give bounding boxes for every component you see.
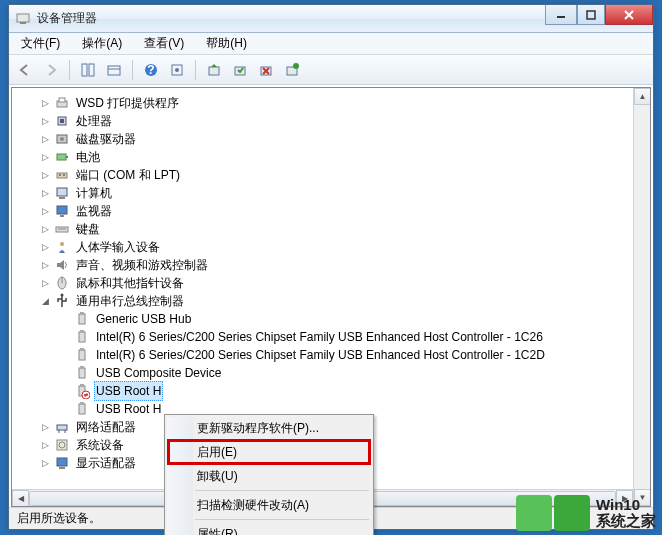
ctx-update-driver[interactable]: 更新驱动程序软件(P)... <box>167 417 371 439</box>
tree-item[interactable]: ▷处理器 <box>12 112 648 130</box>
svg-rect-8 <box>108 66 120 75</box>
expand-icon[interactable]: ▷ <box>38 204 52 218</box>
tree-spacer <box>58 366 72 380</box>
mouse-icon <box>54 275 70 291</box>
expand-icon[interactable]: ▷ <box>38 420 52 434</box>
tree-item-label: Intel(R) 6 Series/C200 Series Chipset Fa… <box>94 328 545 346</box>
expand-icon[interactable]: ▷ <box>38 276 52 290</box>
tree-item[interactable]: Intel(R) 6 Series/C200 Series Chipset Fa… <box>12 328 648 346</box>
scan-hardware-button[interactable] <box>280 58 304 82</box>
svg-rect-45 <box>80 330 84 333</box>
svg-rect-42 <box>79 314 85 324</box>
svg-rect-60 <box>57 458 67 466</box>
tree-item[interactable]: Intel(R) 6 Series/C200 Series Chipset Fa… <box>12 346 648 364</box>
menu-view[interactable]: 查看(V) <box>138 33 190 54</box>
show-hide-tree-button[interactable] <box>76 58 100 82</box>
expand-icon[interactable]: ▷ <box>38 150 52 164</box>
svg-rect-53 <box>79 404 85 414</box>
tree-item[interactable]: ▷电池 <box>12 148 648 166</box>
tree-item[interactable]: USB Root H <box>12 382 648 400</box>
ctx-enable[interactable]: 启用(E) <box>167 439 371 465</box>
minimize-button[interactable] <box>545 5 577 25</box>
view-button[interactable] <box>102 58 126 82</box>
svg-point-26 <box>60 137 64 141</box>
svg-rect-34 <box>57 206 67 214</box>
svg-text:?: ? <box>147 63 154 77</box>
tree-item[interactable]: ▷声音、视频和游戏控制器 <box>12 256 648 274</box>
scroll-left-button[interactable]: ◀ <box>12 490 29 507</box>
battery-icon <box>54 149 70 165</box>
svg-point-30 <box>59 174 61 176</box>
computer-icon <box>54 185 70 201</box>
tree-item-label: 处理器 <box>74 112 114 130</box>
tree-item[interactable]: Generic USB Hub <box>12 310 648 328</box>
port-icon <box>54 167 70 183</box>
expand-icon[interactable]: ▷ <box>38 456 52 470</box>
vertical-scrollbar[interactable]: ▲ ▼ <box>633 88 650 506</box>
tree-item-label: 网络适配器 <box>74 418 138 436</box>
usb-dev-icon <box>74 365 90 381</box>
usb-dev-icon <box>74 329 90 345</box>
update-driver-button[interactable] <box>202 58 226 82</box>
svg-rect-35 <box>60 215 64 217</box>
svg-rect-6 <box>82 64 87 76</box>
scroll-up-button[interactable]: ▲ <box>634 88 651 105</box>
forward-button[interactable] <box>39 58 63 82</box>
maximize-button[interactable] <box>577 5 605 25</box>
tree-item[interactable]: ◢通用串行总线控制器 <box>12 292 648 310</box>
expand-icon[interactable]: ▷ <box>38 240 52 254</box>
tree-item[interactable]: ▷磁盘驱动器 <box>12 130 648 148</box>
collapse-icon[interactable]: ◢ <box>38 294 52 308</box>
ctx-uninstall[interactable]: 卸载(U) <box>167 465 371 487</box>
expand-icon[interactable]: ▷ <box>38 132 52 146</box>
help-button[interactable]: ? <box>139 58 163 82</box>
tree-item-label: 人体学输入设备 <box>74 238 162 256</box>
app-icon <box>15 11 31 27</box>
expand-icon[interactable]: ▷ <box>38 258 52 272</box>
tree-item[interactable]: ▷端口 (COM 和 LPT) <box>12 166 648 184</box>
svg-rect-1 <box>20 22 26 24</box>
expand-icon[interactable]: ▷ <box>38 222 52 236</box>
watermark: Win10 系统之家 <box>516 495 656 531</box>
tree-item[interactable]: ▷计算机 <box>12 184 648 202</box>
tree-item[interactable]: ▷WSD 打印提供程序 <box>12 94 648 112</box>
back-button[interactable] <box>13 58 37 82</box>
watermark-line1: Win10 <box>596 497 656 513</box>
tree-item[interactable]: USB Composite Device <box>12 364 648 382</box>
svg-rect-27 <box>57 154 66 160</box>
tree-item[interactable]: ▷键盘 <box>12 220 648 238</box>
ctx-properties[interactable]: 属性(R) <box>167 523 371 535</box>
logo-icon <box>516 495 552 531</box>
tree-item[interactable]: ▷人体学输入设备 <box>12 238 648 256</box>
toolbar-separator <box>132 60 133 80</box>
tree-item[interactable]: ▷监视器 <box>12 202 648 220</box>
svg-rect-43 <box>80 312 84 315</box>
tree-item[interactable]: ▷鼠标和其他指针设备 <box>12 274 648 292</box>
svg-rect-55 <box>57 425 67 430</box>
close-button[interactable] <box>605 5 653 25</box>
tree-item-label: 磁盘驱动器 <box>74 130 138 148</box>
menu-help[interactable]: 帮助(H) <box>200 33 253 54</box>
svg-rect-24 <box>60 119 64 123</box>
expand-icon[interactable]: ▷ <box>38 168 52 182</box>
titlebar[interactable]: 设备管理器 <box>9 5 653 33</box>
tree-item-label: 鼠标和其他指针设备 <box>74 274 186 292</box>
expand-icon[interactable]: ▷ <box>38 114 52 128</box>
menu-file[interactable]: 文件(F) <box>15 33 66 54</box>
status-text: 启用所选设备。 <box>17 510 101 527</box>
svg-rect-29 <box>57 173 67 178</box>
ctx-scan[interactable]: 扫描检测硬件改动(A) <box>167 494 371 516</box>
menu-action[interactable]: 操作(A) <box>76 33 128 54</box>
svg-rect-54 <box>80 402 84 405</box>
uninstall-button[interactable] <box>254 58 278 82</box>
expand-icon[interactable]: ▷ <box>38 186 52 200</box>
options-button[interactable] <box>165 58 189 82</box>
logo-icon <box>554 495 590 531</box>
expand-icon[interactable]: ▷ <box>38 438 52 452</box>
toolbar-separator <box>69 60 70 80</box>
monitor-icon <box>54 203 70 219</box>
expand-icon[interactable]: ▷ <box>38 96 52 110</box>
svg-rect-46 <box>79 350 85 360</box>
svg-rect-61 <box>59 467 65 469</box>
enable-device-button[interactable] <box>228 58 252 82</box>
